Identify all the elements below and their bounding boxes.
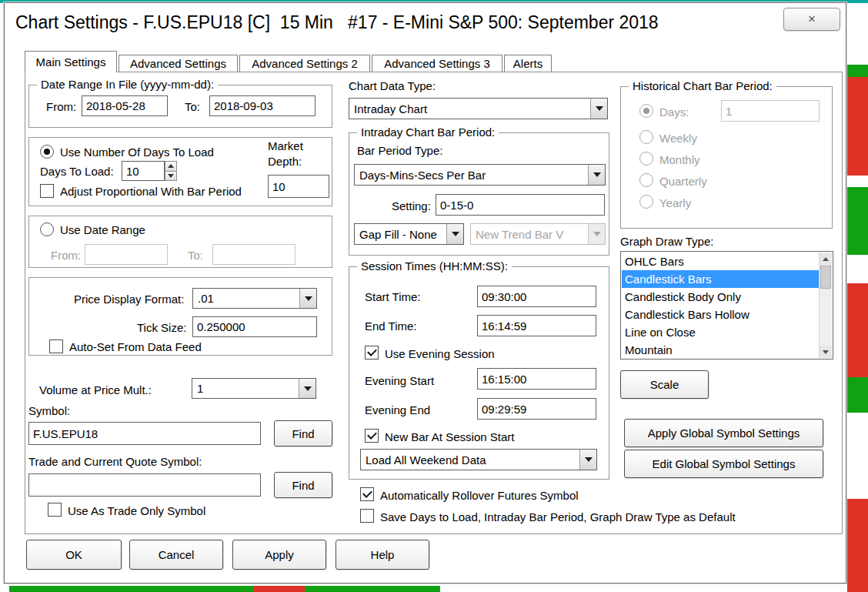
scrollbar-up-button[interactable] bbox=[820, 253, 832, 265]
ok-button[interactable]: OK bbox=[26, 540, 122, 570]
evening-end-label: Evening End bbox=[365, 403, 430, 416]
evening-end-input[interactable] bbox=[477, 398, 596, 420]
spinner-down-button[interactable] bbox=[165, 171, 177, 182]
close-icon: × bbox=[808, 12, 816, 27]
chart-background-segment bbox=[305, 586, 440, 592]
end-time-label: End Time: bbox=[365, 319, 417, 333]
close-button[interactable]: × bbox=[783, 8, 840, 31]
help-button[interactable]: Help bbox=[336, 540, 429, 570]
auto-set-label[interactable]: Auto-Set From Data Feed bbox=[69, 340, 202, 353]
chart-background-segment bbox=[847, 499, 868, 592]
evening-start-input[interactable] bbox=[477, 368, 596, 390]
market-depth-label-line2: Depth: bbox=[268, 155, 302, 168]
bar-period-type-label: Bar Period Type: bbox=[357, 144, 442, 157]
setting-input[interactable] bbox=[436, 194, 605, 216]
tick-size-label: Tick Size: bbox=[137, 321, 186, 334]
graph-draw-type-option[interactable]: Candlestick Body Only bbox=[622, 288, 819, 306]
end-time-input[interactable] bbox=[477, 315, 596, 336]
historical-bar-period-group: Historical Chart Bar Period: Days: Weekl… bbox=[620, 86, 833, 229]
tab-advanced-settings[interactable]: Advanced Settings bbox=[119, 55, 238, 72]
file-from-input[interactable] bbox=[82, 95, 168, 116]
yearly-radio bbox=[639, 195, 653, 209]
apply-button[interactable]: Apply bbox=[232, 540, 326, 570]
session-times-legend: Session Times (HH:MM:SS): bbox=[357, 259, 512, 273]
chart-background-segment bbox=[847, 283, 868, 377]
arrow-down-icon bbox=[823, 350, 829, 354]
graph-draw-type-option[interactable]: Mountain bbox=[622, 341, 819, 358]
chart-settings-dialog: Chart Settings - F.US.EPU18 [C] 15 Min #… bbox=[4, 2, 846, 584]
graph-draw-type-option[interactable]: Line on Close bbox=[622, 323, 819, 341]
monthly-radio bbox=[639, 152, 653, 166]
gap-fill-value: Gap Fill - None bbox=[355, 224, 446, 244]
chart-background-segment bbox=[9, 586, 254, 592]
arrow-up-icon bbox=[168, 164, 174, 168]
auto-set-checkbox[interactable] bbox=[49, 339, 63, 353]
date-range-in-file-group: Date Range In File (yyyy-mm-dd): From: T… bbox=[28, 85, 332, 128]
scrollbar-thumb[interactable] bbox=[820, 266, 831, 289]
spinner-up-button[interactable] bbox=[165, 161, 177, 172]
price-format-group: Price Display Format: .01 Tick Size: Aut… bbox=[28, 277, 332, 356]
quarterly-radio bbox=[639, 173, 653, 187]
graph-draw-type-list[interactable]: OHLC Bars Candlestick Bars Candlestick B… bbox=[620, 251, 833, 360]
tick-size-input[interactable] bbox=[192, 316, 317, 337]
arrow-up-icon bbox=[823, 257, 829, 261]
days-to-load-input[interactable] bbox=[122, 161, 165, 181]
quarterly-radio-label: Quarterly bbox=[659, 175, 707, 188]
intraday-bar-period-legend: Intraday Chart Bar Period: bbox=[357, 125, 499, 139]
tab-label: Main Settings bbox=[36, 55, 106, 69]
use-date-range-label[interactable]: Use Date Range bbox=[60, 223, 145, 236]
session-times-group: Session Times (HH:MM:SS): Start Time: En… bbox=[349, 266, 609, 480]
bar-period-type-dropdown[interactable]: Days-Mins-Secs Per Bar bbox=[354, 164, 606, 186]
graph-draw-type-option[interactable]: OHLC Bars bbox=[622, 253, 819, 270]
weekend-data-dropdown[interactable]: Load All Weekend Data bbox=[360, 449, 597, 470]
historical-days-input bbox=[721, 100, 820, 122]
adjust-proportional-checkbox[interactable] bbox=[40, 184, 54, 198]
use-number-of-days-radio[interactable] bbox=[40, 145, 54, 159]
market-depth-input[interactable] bbox=[268, 175, 329, 198]
chart-background-segment bbox=[847, 187, 868, 255]
new-bar-at-session-start-checkbox[interactable] bbox=[365, 429, 379, 443]
start-time-input[interactable] bbox=[477, 286, 596, 307]
scrollbar-down-button[interactable] bbox=[820, 346, 832, 358]
file-to-input[interactable] bbox=[209, 95, 315, 116]
date-range-in-file-legend: Date Range In File (yyyy-mm-dd): bbox=[37, 78, 218, 91]
price-display-format-label: Price Display Format: bbox=[74, 293, 184, 306]
new-trend-bar-dropdown: New Trend Bar V bbox=[470, 223, 606, 245]
new-trend-bar-value: New Trend Bar V bbox=[471, 224, 588, 244]
price-display-format-dropdown[interactable]: .01 bbox=[192, 288, 317, 309]
days-radio-label: Days: bbox=[659, 105, 689, 119]
range-from-input bbox=[85, 244, 168, 265]
tab-advanced-settings-3[interactable]: Advanced Settings 3 bbox=[372, 55, 502, 72]
weekend-data-value: Load All Weekend Data bbox=[361, 450, 579, 470]
tab-main-settings[interactable]: Main Settings bbox=[25, 51, 117, 72]
use-evening-session-checkbox[interactable] bbox=[365, 346, 379, 360]
cancel-button[interactable]: Cancel bbox=[129, 540, 223, 570]
gap-fill-dropdown[interactable]: Gap Fill - None bbox=[354, 223, 464, 245]
chart-background-segment bbox=[847, 65, 868, 77]
monthly-radio-label: Monthly bbox=[659, 153, 700, 166]
range-to-label: To: bbox=[188, 249, 203, 262]
use-date-range-group: Use Date Range From: To: bbox=[28, 216, 332, 268]
tab-alerts[interactable]: Alerts bbox=[504, 55, 552, 72]
use-date-range-radio[interactable] bbox=[40, 222, 54, 236]
new-bar-at-session-start-label[interactable]: New Bar At Session Start bbox=[385, 430, 514, 443]
market-depth-label-line1: Market bbox=[268, 139, 303, 152]
graph-draw-type-option[interactable]: Candlestick Bars Hollow bbox=[622, 306, 819, 323]
tab-label: Advanced Settings bbox=[130, 57, 226, 70]
file-from-label: From: bbox=[46, 100, 76, 113]
adjust-proportional-label[interactable]: Adjust Proportional With Bar Period bbox=[60, 185, 242, 198]
use-number-of-days-label[interactable]: Use Number Of Days To Load bbox=[60, 145, 214, 159]
tab-label: Advanced Settings 3 bbox=[384, 57, 490, 70]
use-evening-session-label[interactable]: Use Evening Session bbox=[385, 347, 495, 360]
tab-advanced-settings-2[interactable]: Advanced Settings 2 bbox=[239, 55, 370, 72]
screen: { "colors": { "selection_bg": "#3399ff",… bbox=[0, 0, 868, 592]
range-to-input bbox=[212, 244, 295, 265]
tab-label: Advanced Settings 2 bbox=[252, 57, 358, 70]
scrollbar[interactable] bbox=[819, 253, 832, 358]
arrow-down-icon bbox=[168, 174, 174, 178]
chart-background-segment bbox=[847, 77, 868, 176]
setting-label: Setting: bbox=[392, 199, 431, 212]
historical-bar-period-legend: Historical Chart Bar Period: bbox=[629, 79, 776, 92]
chevron-down-icon bbox=[446, 224, 463, 244]
graph-draw-type-option-selected[interactable]: Candlestick Bars bbox=[622, 270, 819, 288]
